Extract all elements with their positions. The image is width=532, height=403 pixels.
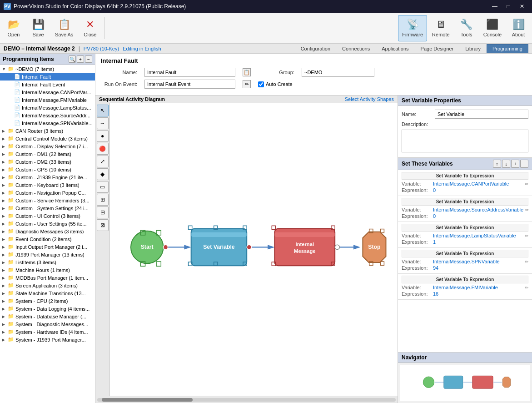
navigator-canvas[interactable] — [400, 365, 530, 401]
sv-handle-tl[interactable] — [189, 226, 192, 229]
var-edit-icon-2[interactable]: ✏ — [525, 233, 528, 238]
minimize-button[interactable]: — — [488, 2, 501, 11]
var-edit-icon-3[interactable]: ✏ — [525, 259, 528, 264]
props-desc-textarea[interactable] — [402, 130, 528, 152]
props-name-input[interactable] — [435, 110, 528, 119]
tree-item-machine-hours[interactable]: ▶📁Machine Hours (1 items) — [0, 266, 95, 274]
tools-button[interactable]: 🔧 Tools — [455, 15, 478, 41]
tree-item-screen-app[interactable]: ▶📁Screen Application (3 items) — [0, 282, 95, 289]
var-edit-icon-1[interactable]: ✏ — [525, 207, 529, 212]
tree-container[interactable]: ▼📁~DEMO (7 items)▶📄Internal Fault▶📄Inter… — [0, 65, 95, 403]
cross-tool[interactable]: ⊠ — [97, 219, 109, 231]
vars-add-button[interactable]: + — [511, 160, 519, 168]
im-handle-tl[interactable] — [272, 226, 275, 229]
tree-item-list-items[interactable]: ▶📁ListItems (3 items) — [0, 258, 95, 266]
tree-item-fmi-variable[interactable]: ▶📄InternalMessage.FMIVariable — [0, 96, 95, 104]
remote-button[interactable]: 🖥 Remote — [428, 15, 454, 41]
start-handle-br[interactable] — [156, 262, 161, 266]
tree-item-custom-nav-popup[interactable]: ▶📁Custom - Navigation Popup C... — [0, 189, 95, 196]
tab-connections[interactable]: Connections — [336, 44, 376, 53]
tab-library[interactable]: Library — [459, 44, 487, 53]
open-button[interactable]: 📂 Open — [2, 15, 25, 41]
tree-item-custom-ui[interactable]: ▶📁Custom - UI Control (3 items) — [0, 212, 95, 220]
tree-item-internal-fault[interactable]: ▶📄Internal Fault — [0, 73, 95, 81]
breadcrumb-device[interactable]: PV780 (10-Key) — [84, 46, 119, 51]
arrow-tool[interactable]: → — [97, 117, 109, 129]
tree-item-internal-fault-event[interactable]: ▶📄Internal Fault Event — [0, 81, 95, 88]
tree-item-state-machine[interactable]: ▶📁State Machine Transitions (13... — [0, 289, 95, 297]
tree-item-spn-variable[interactable]: ▶📄InternalMessage.SPNVariable... — [0, 119, 95, 127]
close-toolbar-button[interactable]: ✕ Close — [78, 15, 102, 41]
grid-tool[interactable]: ⊞ — [97, 194, 109, 206]
vars-remove-button[interactable]: − — [520, 160, 528, 168]
var-expr-value-0[interactable]: 0 — [433, 187, 436, 193]
tree-item-sys-cpu[interactable]: ▶📁System - CPU (2 items) — [0, 297, 95, 305]
start-tool[interactable]: ● — [97, 130, 109, 142]
name-input[interactable] — [144, 68, 235, 77]
name-browse-button[interactable]: 📋 — [243, 68, 251, 76]
tree-item-sys-db[interactable]: ▶📁System - Database Manager (... — [0, 312, 95, 320]
rect-tool[interactable]: ▭ — [97, 181, 109, 193]
close-button[interactable]: ✕ — [516, 2, 528, 11]
tree-item-io-port[interactable]: ▶📁Input Output Port Manager (2 i... — [0, 243, 95, 251]
tree-item-sys-j1939[interactable]: ▶📁System - J1939 Port Manager... — [0, 336, 95, 343]
connector-3[interactable] — [335, 245, 339, 249]
var-variable-value-1[interactable]: InternalMessage.SourceAddressVariable — [433, 207, 523, 212]
maximize-button[interactable]: □ — [502, 2, 515, 11]
diamond-tool[interactable]: ◆ — [97, 168, 109, 180]
diagram-hscroll-thumb[interactable] — [102, 398, 193, 402]
tree-item-custom-user[interactable]: ▶📁Custom - User Settings (55 ite... — [0, 220, 95, 227]
collapse-all-button[interactable]: − — [85, 55, 92, 63]
tree-item-source-addr[interactable]: ▶📄InternalMessage.SourceAddr... — [0, 111, 95, 119]
tree-item-j1939-port[interactable]: ▶📁J1939 Port Manager (13 items) — [0, 251, 95, 258]
connector-2[interactable] — [247, 245, 251, 249]
runon-input[interactable] — [144, 80, 235, 89]
tree-item-central-ctrl[interactable]: ▶📁Central Control Module (3 items) — [0, 135, 95, 142]
auto-create-checkbox[interactable] — [258, 81, 264, 87]
vars-up-button[interactable]: ↑ — [493, 160, 501, 168]
var-expr-value-2[interactable]: 1 — [433, 239, 436, 245]
var-variable-value-2[interactable]: InternalMessage.LampStatusVariable — [433, 233, 516, 238]
stop-tool[interactable]: 🔴 — [97, 143, 109, 155]
tree-item-custom-j1939[interactable]: ▶📁Custom - J1939 Engine (21 ite... — [0, 173, 95, 181]
tree-item-modbus[interactable]: ▶📁MODBus Port Manager (1 item... — [0, 274, 95, 282]
tree-item-can-router[interactable]: ▶📁CAN Router (3 items) — [0, 127, 95, 135]
var-variable-value-3[interactable]: InternalMessage.SPNVariable — [433, 259, 500, 264]
tree-item-demo-root[interactable]: ▼📁~DEMO (7 items) — [0, 65, 95, 73]
runon-edit-button[interactable]: ✏ — [243, 80, 251, 88]
var-variable-value-0[interactable]: InternalMessage.CANPortVariable — [433, 181, 509, 186]
tab-configuration[interactable]: Configuration — [295, 44, 336, 53]
tab-programming[interactable]: Programming — [487, 44, 528, 53]
var-expr-value-1[interactable]: 0 — [433, 213, 436, 219]
tree-item-custom-sys-settings[interactable]: ▶📁Custom - System Settings (24 i... — [0, 204, 95, 212]
group-input[interactable] — [302, 68, 374, 77]
tab-applications[interactable]: Applications — [376, 44, 414, 53]
connector-1[interactable] — [163, 245, 168, 249]
var-expr-value-4[interactable]: 16 — [433, 291, 438, 297]
var-edit-icon-0[interactable]: ✏ — [525, 181, 528, 186]
tree-item-custom-gps[interactable]: ▶📁Custom - GPS (10 items) — [0, 166, 95, 173]
select-shapes-link[interactable]: Select Activity Shapes — [345, 96, 394, 102]
breadcrumb-editing[interactable]: Editing in English — [123, 46, 161, 51]
tree-item-event-cond[interactable]: ▶📁Event Condition (2 items) — [0, 235, 95, 243]
expand-all-button[interactable]: + — [77, 55, 84, 63]
tree-item-lamp-status[interactable]: ▶📄InternalMessage.LampStatus... — [0, 104, 95, 111]
var-edit-icon-4[interactable]: ✏ — [525, 285, 528, 290]
firmware-button[interactable]: 📡 Firmware — [398, 15, 427, 41]
tree-item-diag-messages[interactable]: ▶📁Diagnostic Messages (3 items) — [0, 227, 95, 235]
select-tool[interactable]: ↖ — [97, 105, 109, 116]
tab-page-designer[interactable]: Page Designer — [415, 44, 460, 53]
expand-tool[interactable]: ⤢ — [97, 156, 109, 167]
var-expr-value-3[interactable]: 94 — [433, 265, 438, 271]
tree-item-custom-dm2[interactable]: ▶📁Custom - DM2 (33 items) — [0, 158, 95, 166]
tree-item-sys-diag[interactable]: ▶📁System - Diagnostic Messages... — [0, 320, 95, 328]
about-button[interactable]: ℹ️ About — [507, 15, 530, 41]
tree-item-custom-keyboard[interactable]: ▶📁Custom - Keyboard (3 items) — [0, 181, 95, 189]
var-variable-value-4[interactable]: InternalMessage.FMIVariable — [433, 285, 498, 290]
tree-item-custom-display[interactable]: ▶📁Custom - Display Selection (7 i... — [0, 142, 95, 150]
tree-item-sys-hw[interactable]: ▶📁System - Hardware IDs (4 item... — [0, 328, 95, 336]
tree-item-custom-dm1[interactable]: ▶📁Custom - DM1 (22 items) — [0, 150, 95, 158]
tree-item-sys-data-log[interactable]: ▶📁System - Data Logging (4 items... — [0, 305, 95, 312]
table-tool[interactable]: ⊟ — [97, 207, 109, 218]
tree-item-can-port-var[interactable]: ▶📄InternalMessage.CANPortVar... — [0, 88, 95, 96]
